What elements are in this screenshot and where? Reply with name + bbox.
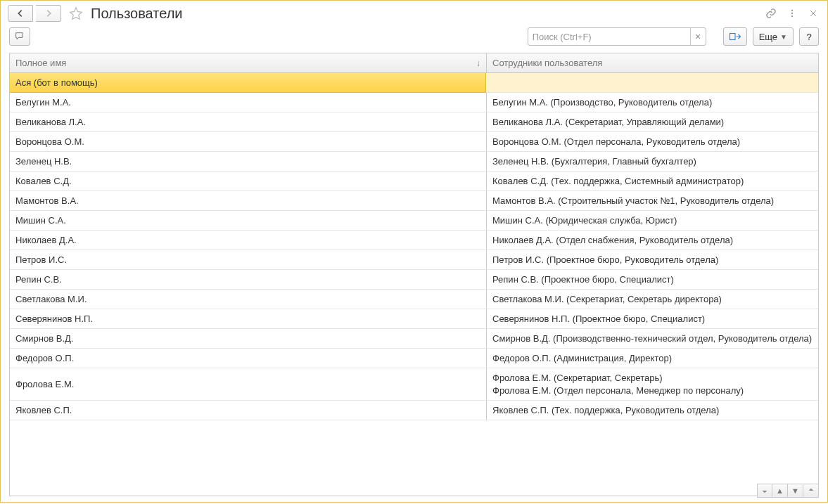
table-row[interactable]: Федоров О.П.Федоров О.П. (Администрация,… xyxy=(10,349,818,368)
cell-employees: Фролова Е.М. (Секретариат, Секретарь)Фро… xyxy=(487,368,818,400)
import-button[interactable] xyxy=(723,27,747,46)
cell-employees: Воронцова О.М. (Отдел персонала, Руковод… xyxy=(487,132,818,151)
cell-employees: Зеленец Н.В. (Бухгалтерия, Главный бухга… xyxy=(487,152,818,171)
svg-point-2 xyxy=(791,15,793,17)
chevron-down-icon: ▼ xyxy=(780,33,787,41)
back-button[interactable] xyxy=(8,5,33,22)
table-row[interactable]: Зеленец Н.В.Зеленец Н.В. (Бухгалтерия, Г… xyxy=(10,152,818,172)
users-window: Пользователи × xyxy=(0,0,828,503)
table-row[interactable]: Николаев Д.А.Николаев Д.А. (Отдел снабже… xyxy=(10,231,818,250)
column-fullname-label: Полное имя xyxy=(15,58,66,68)
nav-down-icon[interactable]: ▼ xyxy=(788,484,803,498)
cell-employees: Мамонтов В.А. (Строительный участок №1, … xyxy=(487,191,818,210)
nav-last-icon[interactable] xyxy=(803,484,819,498)
table-row[interactable]: Светлакова М.И.Светлакова М.И. (Секретар… xyxy=(10,290,818,309)
cell-fullname: Великанова Л.А. xyxy=(10,112,487,131)
table-row[interactable]: Ковалев С.Д.Ковалев С.Д. (Тех. поддержка… xyxy=(10,172,818,191)
grid-header: Полное имя ↓ Сотрудники пользователя xyxy=(10,53,818,73)
cell-fullname: Белугин М.А. xyxy=(10,93,487,112)
svg-rect-3 xyxy=(730,34,735,40)
table-row[interactable]: Северянинов Н.П.Северянинов Н.П. (Проект… xyxy=(10,309,818,329)
cell-employees: Яковлев С.П. (Тех. поддержка, Руководите… xyxy=(487,401,818,420)
svg-point-1 xyxy=(791,13,793,14)
kebab-menu-icon[interactable] xyxy=(785,6,799,20)
cell-fullname: Репин С.В. xyxy=(10,270,487,289)
cell-fullname: Мамонтов В.А. xyxy=(10,191,487,210)
grid-navigator: ▲ ▼ xyxy=(757,484,819,498)
cell-employees: Репин С.В. (Проектное бюро, Специалист) xyxy=(487,270,818,289)
table-row[interactable]: Мамонтов В.А.Мамонтов В.А. (Строительный… xyxy=(10,191,818,211)
header-right-controls xyxy=(764,6,820,20)
toolbar: × Еще ▼ ? xyxy=(1,23,827,53)
discussion-button[interactable] xyxy=(9,27,30,46)
cell-employees: Петров И.С. (Проектное бюро, Руководител… xyxy=(487,250,818,269)
cell-employees: Великанова Л.А. (Секретариат, Управляющи… xyxy=(487,112,818,131)
cell-fullname: Воронцова О.М. xyxy=(10,132,487,151)
window-header: Пользователи xyxy=(1,1,827,23)
more-button[interactable]: Еще ▼ xyxy=(753,27,794,46)
cell-fullname: Петров И.С. xyxy=(10,250,487,269)
cell-employees: Мишин С.А. (Юридическая служба, Юрист) xyxy=(487,211,818,230)
column-employees-label: Сотрудники пользователя xyxy=(492,58,602,68)
sort-indicator-icon: ↓ xyxy=(476,58,480,68)
cell-employees: Федоров О.П. (Администрация, Директор) xyxy=(487,349,818,368)
users-grid: Полное имя ↓ Сотрудники пользователя Ася… xyxy=(9,53,819,496)
favorite-star-icon[interactable] xyxy=(68,6,84,21)
table-row[interactable]: Белугин М.А.Белугин М.А. (Производство, … xyxy=(10,93,818,112)
cell-employees: Николаев Д.А. (Отдел снабжения, Руководи… xyxy=(487,231,818,250)
cell-fullname: Фролова Е.М. xyxy=(10,368,487,400)
cell-employees xyxy=(486,73,818,92)
help-button[interactable]: ? xyxy=(799,27,819,46)
search-field[interactable]: × xyxy=(528,27,706,46)
close-icon[interactable] xyxy=(806,6,820,20)
table-row[interactable]: Ася (бот в помощь) xyxy=(10,73,818,93)
cell-employees: Белугин М.А. (Производство, Руководитель… xyxy=(487,93,818,112)
forward-button[interactable] xyxy=(36,5,61,22)
cell-fullname: Яковлев С.П. xyxy=(10,401,487,420)
cell-fullname: Зеленец Н.В. xyxy=(10,152,487,171)
grid-body[interactable]: Ася (бот в помощь)Белугин М.А.Белугин М.… xyxy=(10,73,818,496)
cell-employees: Светлакова М.И. (Секретариат, Секретарь … xyxy=(487,290,818,309)
nav-first-icon[interactable] xyxy=(757,484,772,498)
help-button-label: ? xyxy=(806,32,811,42)
table-row[interactable]: Смирнов В.Д.Смирнов В.Д. (Производственн… xyxy=(10,329,818,349)
more-button-label: Еще xyxy=(759,32,777,42)
cell-fullname: Светлакова М.И. xyxy=(10,290,487,309)
table-row[interactable]: Великанова Л.А.Великанова Л.А. (Секретар… xyxy=(10,112,818,132)
search-input[interactable] xyxy=(528,29,690,44)
page-title: Пользователи xyxy=(91,6,183,22)
svg-point-0 xyxy=(791,10,793,11)
cell-fullname: Федоров О.П. xyxy=(10,349,487,368)
link-icon[interactable] xyxy=(764,6,778,20)
cell-fullname: Смирнов В.Д. xyxy=(10,329,487,348)
toolbar-right: Еще ▼ ? xyxy=(723,27,819,46)
search-clear-icon[interactable]: × xyxy=(690,28,706,45)
cell-fullname: Мишин С.А. xyxy=(10,211,487,230)
table-row[interactable]: Петров И.С.Петров И.С. (Проектное бюро, … xyxy=(10,250,818,270)
table-row[interactable]: Фролова Е.М.Фролова Е.М. (Секретариат, С… xyxy=(10,368,818,401)
cell-employees: Ковалев С.Д. (Тех. поддержка, Системный … xyxy=(487,172,818,190)
table-row[interactable]: Репин С.В.Репин С.В. (Проектное бюро, Сп… xyxy=(10,270,818,290)
table-row[interactable]: Мишин С.А.Мишин С.А. (Юридическая служба… xyxy=(10,211,818,231)
cell-employees: Смирнов В.Д. (Производственно-технически… xyxy=(487,329,818,348)
column-header-employees[interactable]: Сотрудники пользователя xyxy=(487,53,818,72)
cell-fullname: Николаев Д.А. xyxy=(10,231,487,250)
nav-up-icon[interactable]: ▲ xyxy=(772,484,788,498)
cell-fullname: Ася (бот в помощь) xyxy=(10,73,486,93)
table-row[interactable]: Яковлев С.П.Яковлев С.П. (Тех. поддержка… xyxy=(10,401,818,420)
cell-employees: Северянинов Н.П. (Проектное бюро, Специа… xyxy=(487,309,818,328)
column-header-fullname[interactable]: Полное имя ↓ xyxy=(10,53,487,72)
cell-fullname: Северянинов Н.П. xyxy=(10,309,487,328)
cell-fullname: Ковалев С.Д. xyxy=(10,172,487,190)
table-row[interactable]: Воронцова О.М.Воронцова О.М. (Отдел перс… xyxy=(10,132,818,152)
